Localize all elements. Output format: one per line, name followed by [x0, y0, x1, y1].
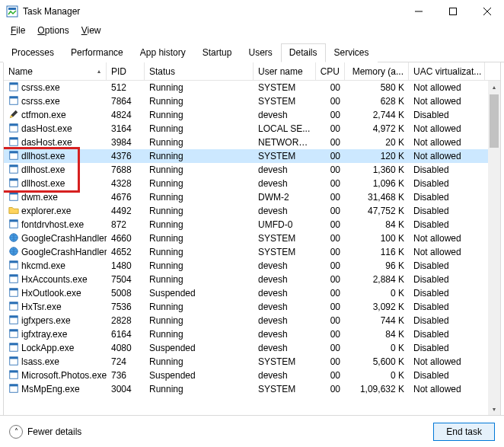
fewer-details-button[interactable]: ˄ Fewer details [9, 425, 81, 439]
col-mem-header[interactable]: Memory (a... [345, 62, 409, 80]
table-row[interactable]: GoogleCrashHandler...4652RunningSYSTEM00… [4, 245, 500, 259]
process-user: devesh [254, 274, 316, 285]
tab-startup[interactable]: Startup [194, 43, 241, 62]
process-cpu: 00 [316, 137, 345, 148]
tab-users[interactable]: Users [240, 43, 280, 62]
table-row[interactable]: dasHost.exe3984RunningNETWORK...0020 KNo… [4, 136, 500, 149]
process-uac: Not allowed [409, 137, 485, 148]
tab-app-history[interactable]: App history [132, 43, 194, 62]
table-row[interactable]: dllhost.exe4328Runningdevesh001,096 KDis… [4, 177, 500, 190]
details-pane: Name▴ PID Status User name CPU Memory (a… [3, 62, 501, 416]
table-row[interactable]: lsass.exe724RunningSYSTEM005,600 KNot al… [4, 355, 500, 369]
table-row[interactable]: GoogleCrashHandler...4660RunningSYSTEM00… [4, 231, 500, 245]
svg-rect-3 [449, 8, 456, 14]
vertical-scrollbar[interactable]: ▴ ▾ [488, 81, 500, 415]
process-name: Microsoft.Photos.exe [21, 370, 107, 381]
process-cpu: 00 [316, 151, 345, 161]
process-mem: 84 K [345, 219, 409, 230]
table-row[interactable]: Microsoft.Photos.exe736Suspendeddevesh00… [4, 369, 500, 382]
process-cpu: 00 [316, 302, 345, 312]
process-status: Running [145, 233, 254, 244]
table-row[interactable]: ctfmon.exe4824Runningdevesh002,744 KDisa… [4, 108, 500, 122]
process-name: LockApp.exe [21, 343, 74, 353]
table-row[interactable]: csrss.exe7864RunningSYSTEM00628 KNot all… [4, 94, 500, 108]
process-mem: 5,600 K [345, 356, 409, 367]
close-button[interactable] [470, 0, 504, 22]
col-uac-header[interactable]: UAC virtualizat... [409, 62, 485, 80]
process-mem: 116 K [345, 247, 409, 257]
table-row[interactable]: fontdrvhost.exe872RunningUMFD-00084 KDis… [4, 218, 500, 231]
process-name: dasHost.exe [21, 123, 72, 134]
process-user: devesh [254, 302, 316, 312]
process-status: Running [145, 206, 254, 216]
col-user-header[interactable]: User name [254, 62, 316, 80]
process-user: SYSTEM [254, 82, 316, 93]
process-list[interactable]: ▴ ▾ csrss.exe512RunningSYSTEM00580 KNot … [4, 81, 500, 415]
process-mem: 31,468 K [345, 192, 409, 203]
table-row[interactable]: explorer.exe4492Runningdevesh0047,752 KD… [4, 204, 500, 218]
menu-options[interactable]: Options [31, 24, 75, 37]
menu-file[interactable]: File [5, 24, 31, 37]
process-pid: 4660 [107, 233, 145, 244]
process-mem: 1,09,632 K [345, 384, 409, 394]
process-pid: 5008 [107, 288, 145, 299]
svg-rect-7 [10, 82, 18, 85]
table-row[interactable]: hkcmd.exe1480Runningdevesh0096 KDisabled [4, 259, 500, 273]
svg-rect-45 [10, 384, 18, 386]
process-uac: Disabled [409, 343, 485, 353]
col-status-header[interactable]: Status [145, 62, 254, 80]
table-row[interactable]: dasHost.exe3164RunningLOCAL SE...004,972… [4, 122, 500, 136]
fewer-details-label: Fewer details [27, 426, 81, 437]
process-user: devesh [254, 206, 316, 216]
scroll-thumb[interactable] [490, 94, 499, 148]
scroll-down-icon[interactable]: ▾ [488, 403, 500, 415]
process-cpu: 00 [316, 192, 345, 203]
process-mem: 47,752 K [345, 206, 409, 216]
end-task-button[interactable]: End task [433, 423, 495, 441]
table-row[interactable]: dllhost.exe4376RunningSYSTEM00120 KNot a… [4, 149, 500, 163]
tab-details[interactable]: Details [281, 43, 326, 62]
process-user: DWM-2 [254, 192, 316, 203]
process-pid: 7864 [107, 96, 145, 107]
tab-processes[interactable]: Processes [3, 43, 62, 62]
process-status: Running [145, 247, 254, 257]
process-name: hkcmd.exe [21, 260, 65, 271]
minimize-button[interactable] [401, 0, 435, 22]
process-status: Running [145, 123, 254, 134]
table-row[interactable]: HxOutlook.exe5008Suspendeddevesh000 KDis… [4, 286, 500, 300]
process-mem: 4,972 K [345, 123, 409, 134]
process-status: Running [145, 356, 254, 367]
table-row[interactable]: igfxtray.exe6164Runningdevesh0084 KDisab… [4, 327, 500, 341]
table-row[interactable]: dwm.exe4676RunningDWM-20031,468 KDisable… [4, 190, 500, 204]
process-uac: Disabled [409, 206, 485, 216]
svg-rect-33 [10, 302, 18, 304]
process-pid: 7504 [107, 274, 145, 285]
table-row[interactable]: csrss.exe512RunningSYSTEM00580 KNot allo… [4, 81, 500, 94]
process-pid: 4328 [107, 178, 145, 189]
process-name: dllhost.exe [21, 151, 65, 161]
col-name-header[interactable]: Name▴ [4, 62, 107, 80]
process-user: SYSTEM [254, 96, 316, 107]
table-row[interactable]: HxAccounts.exe7504Runningdevesh002,884 K… [4, 273, 500, 286]
svg-rect-39 [10, 343, 18, 345]
table-row[interactable]: dllhost.exe7688Runningdevesh001,360 KDis… [4, 163, 500, 177]
process-mem: 2,744 K [345, 110, 409, 120]
col-pid-header[interactable]: PID [107, 62, 145, 80]
table-row[interactable]: MsMpEng.exe3004RunningSYSTEM001,09,632 K… [4, 382, 500, 396]
table-row[interactable]: LockApp.exe4080Suspendeddevesh000 KDisab… [4, 341, 500, 355]
process-cpu: 00 [316, 315, 345, 326]
process-icon [8, 246, 19, 259]
process-cpu: 00 [316, 384, 345, 394]
tab-services[interactable]: Services [326, 43, 378, 62]
table-row[interactable]: HxTsr.exe7536Runningdevesh003,092 KDisab… [4, 300, 500, 314]
svg-rect-35 [10, 315, 18, 318]
menu-view[interactable]: View [75, 24, 107, 37]
maximize-button[interactable] [435, 0, 470, 22]
process-user: SYSTEM [254, 233, 316, 244]
process-icon [8, 232, 19, 245]
col-cpu-header[interactable]: CPU [316, 62, 345, 80]
scroll-up-icon[interactable]: ▴ [488, 81, 500, 93]
footer-bar: ˄ Fewer details End task [0, 415, 504, 447]
table-row[interactable]: igfxpers.exe2828Runningdevesh00744 KDisa… [4, 314, 500, 327]
tab-performance[interactable]: Performance [62, 43, 132, 62]
